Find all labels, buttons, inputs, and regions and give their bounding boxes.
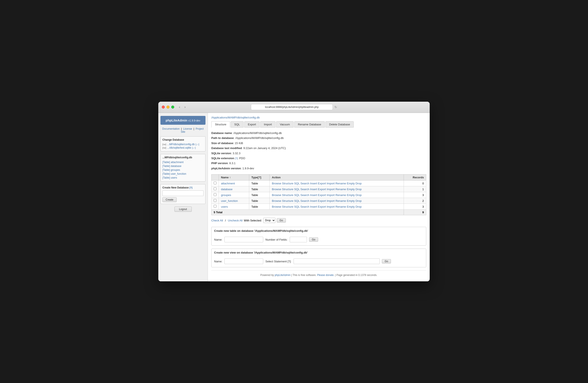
action-empty-2[interactable]: Empty — [347, 193, 355, 197]
col-type[interactable]: Type[?] — [249, 174, 270, 181]
action-structure-2[interactable]: Structure — [282, 193, 293, 197]
action-import-3[interactable]: Import — [327, 199, 335, 202]
tab-vacuum[interactable]: Vacuum — [276, 121, 294, 128]
check-all-link[interactable]: Check All — [211, 219, 223, 222]
create-view-stmt-input[interactable] — [294, 258, 380, 264]
link-users[interactable]: users — [221, 205, 228, 208]
action-empty-3[interactable]: Empty — [347, 199, 355, 202]
action-sql-2[interactable]: SQL — [294, 193, 300, 197]
create-table-fields-input[interactable] — [290, 237, 307, 242]
action-sql-1[interactable]: SQL — [294, 188, 300, 191]
action-insert-3[interactable]: Insert — [310, 199, 317, 202]
table-attachment[interactable]: [Table] attachment — [162, 160, 204, 164]
action-import-1[interactable]: Import — [327, 188, 335, 191]
action-import-4[interactable]: Import — [327, 205, 335, 208]
tab-import[interactable]: Import — [260, 121, 275, 128]
db-item-test[interactable]: [rw] .../db/sqlite/test.sqlite [↓↑] — [162, 146, 204, 149]
create-view-go-button[interactable]: Go — [382, 259, 391, 263]
create-table-name-input[interactable] — [224, 237, 263, 242]
action-drop-4[interactable]: Drop — [356, 205, 362, 208]
col-name[interactable]: Name ↑ — [219, 174, 249, 181]
action-insert-2[interactable]: Insert — [310, 193, 317, 197]
action-drop-0[interactable]: Drop — [356, 182, 362, 185]
close-button[interactable] — [162, 106, 165, 108]
checkbox-database[interactable] — [214, 187, 216, 190]
back-button[interactable]: ‹ — [178, 105, 181, 109]
bulk-go-button[interactable]: Go — [277, 218, 286, 223]
action-rename-1[interactable]: Rename — [335, 188, 346, 191]
url-input[interactable]: localhost:8888/phpLiteAdmin/phpliteadmin… — [251, 104, 333, 110]
action-drop-2[interactable]: Drop — [356, 193, 362, 197]
link-attachment[interactable]: attachment — [221, 182, 235, 185]
footer-phpliteadmin-link[interactable]: phpLiteAdmin — [275, 274, 290, 277]
tab-structure[interactable]: Structure — [211, 121, 230, 128]
action-search-4[interactable]: Search — [300, 205, 309, 208]
action-insert-4[interactable]: Insert — [310, 205, 317, 208]
checkbox-groupes[interactable] — [214, 193, 216, 196]
logout-button[interactable]: Logout — [174, 207, 192, 212]
license-link[interactable]: License — [183, 127, 192, 130]
row-checkbox[interactable] — [211, 181, 219, 186]
link-database[interactable]: database — [221, 188, 233, 191]
action-structure-4[interactable]: Structure — [282, 205, 293, 208]
action-rename-3[interactable]: Rename — [335, 199, 346, 202]
action-insert-0[interactable]: Insert — [310, 182, 317, 185]
action-export-2[interactable]: Export — [318, 193, 326, 197]
row-checkbox[interactable] — [211, 192, 219, 198]
action-import-0[interactable]: Import — [327, 182, 335, 185]
doc-link[interactable]: Documentation — [162, 127, 180, 130]
action-sql-3[interactable]: SQL — [294, 199, 300, 202]
checkbox-users[interactable] — [214, 205, 216, 208]
action-browse-2[interactable]: Browse — [272, 193, 281, 197]
table-user-function[interactable]: [Table] user_function — [162, 172, 204, 176]
tab-delete[interactable]: Delete Database — [325, 121, 354, 128]
action-export-3[interactable]: Export — [318, 199, 326, 202]
tab-rename[interactable]: Rename Database — [294, 121, 325, 128]
create-db-input[interactable] — [162, 191, 204, 196]
checkbox-attachment[interactable] — [214, 182, 216, 184]
action-search-1[interactable]: Search — [300, 188, 309, 191]
action-export-0[interactable]: Export — [318, 182, 326, 185]
action-structure-3[interactable]: Structure — [282, 199, 293, 202]
footer-donate-link[interactable]: Please donate. — [317, 274, 334, 277]
action-export-1[interactable]: Export — [318, 188, 326, 191]
action-structure-0[interactable]: Structure — [282, 182, 293, 185]
table-users[interactable]: [Table] users — [162, 176, 204, 180]
tab-export[interactable]: Export — [244, 121, 260, 128]
action-browse-3[interactable]: Browse — [272, 199, 281, 202]
action-empty-0[interactable]: Empty — [347, 182, 355, 185]
action-insert-1[interactable]: Insert — [310, 188, 317, 191]
action-export-4[interactable]: Export — [318, 205, 326, 208]
action-rename-2[interactable]: Rename — [335, 193, 346, 197]
action-drop-1[interactable]: Drop — [356, 188, 362, 191]
action-sql-0[interactable]: SQL — [294, 182, 300, 185]
action-sql-4[interactable]: SQL — [294, 205, 300, 208]
reload-button[interactable]: ↻ — [335, 105, 337, 109]
link-user-function[interactable]: user_function — [221, 199, 238, 202]
db-item-config[interactable]: [rw] ...MP/db/sqlite/config.db [↓↑] — [162, 143, 204, 146]
table-groupes[interactable]: [Table] groupes — [162, 168, 204, 172]
create-db-button[interactable]: Create — [162, 197, 177, 202]
maximize-button[interactable] — [171, 106, 174, 108]
action-rename-0[interactable]: Rename — [335, 182, 346, 185]
action-drop-3[interactable]: Drop — [356, 199, 362, 202]
breadcrumb[interactable]: /Applications/MAMP/db/sqlite/config.db — [211, 116, 426, 119]
action-search-2[interactable]: Search — [300, 193, 309, 197]
action-browse-4[interactable]: Browse — [272, 205, 281, 208]
action-structure-1[interactable]: Structure — [282, 188, 293, 191]
action-empty-4[interactable]: Empty — [347, 205, 355, 208]
action-import-2[interactable]: Import — [327, 193, 335, 197]
row-checkbox[interactable] — [211, 186, 219, 192]
tab-sql[interactable]: SQL — [231, 121, 244, 128]
action-search-3[interactable]: Search — [300, 199, 309, 202]
with-selected-select[interactable]: Drop — [263, 218, 275, 223]
link-groupes[interactable]: groupes — [221, 193, 231, 197]
action-rename-4[interactable]: Rename — [335, 205, 346, 208]
row-checkbox[interactable] — [211, 198, 219, 204]
uncheck-all-link[interactable]: Uncheck All — [228, 219, 243, 222]
action-empty-1[interactable]: Empty — [347, 188, 355, 191]
forward-button[interactable]: › — [183, 105, 187, 109]
table-database[interactable]: [Table] database — [162, 164, 204, 168]
create-db-help[interactable]: [?] — [189, 186, 192, 189]
action-browse-1[interactable]: Browse — [272, 188, 281, 191]
